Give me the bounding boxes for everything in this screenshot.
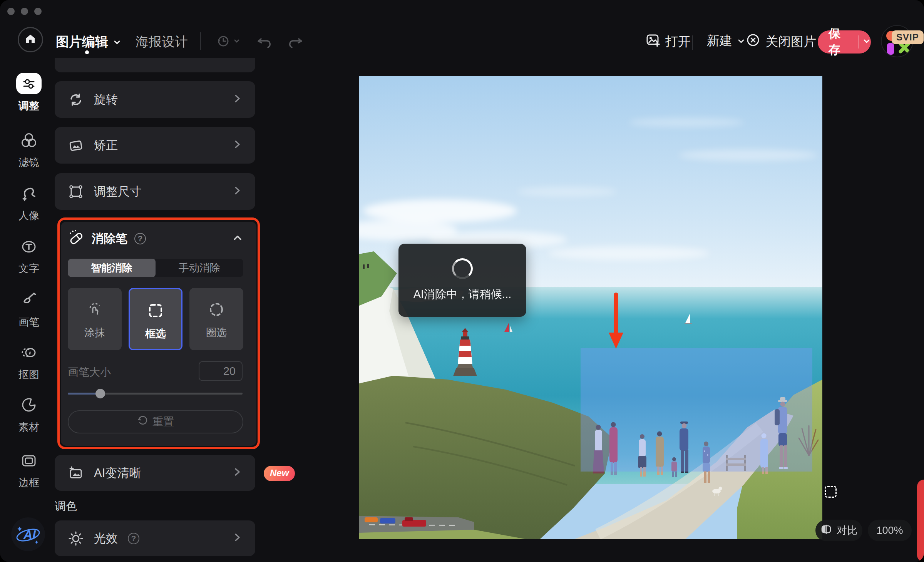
chevron-right-icon (232, 185, 242, 199)
sidebar-item-brush[interactable]: 画笔 (0, 291, 58, 329)
sidebar-item-filters[interactable]: 滤镜 (0, 132, 58, 169)
mode-lasso-select[interactable]: 圈选 (189, 288, 243, 350)
sticker-icon (20, 409, 38, 415)
open-button[interactable]: 打开 (645, 32, 691, 51)
window-zoom-button[interactable] (34, 8, 42, 15)
svip-badge-label: SVIP (896, 32, 919, 42)
portrait-icon (20, 197, 38, 204)
brush-size-number: 20 (223, 365, 236, 378)
chevron-right-icon (232, 466, 242, 480)
sidebar-item-frame[interactable]: 边框 (0, 452, 58, 490)
sidebar-item-adjust[interactable]: 调整 (0, 73, 58, 113)
chevron-down-icon[interactable] (862, 37, 871, 47)
home-button[interactable] (18, 27, 43, 52)
window-minimize-button[interactable] (21, 8, 28, 15)
panel-card-label: 光效 (94, 530, 118, 547)
sidebar-item-label: 人像 (0, 209, 58, 222)
app-window: 图片编辑 海报设计 打开 新建 关闭图片 保存 (0, 0, 924, 562)
svip-badge: SVIP (892, 30, 924, 44)
avatar-magenta-bar (887, 43, 894, 55)
smudge-icon (85, 299, 105, 321)
sidebar-item-assets[interactable]: 素材 (0, 396, 58, 434)
loading-spinner-icon (452, 258, 473, 279)
panel-card-label: 旋转 (94, 92, 118, 108)
sidebar-item-label: 抠图 (0, 368, 58, 381)
panel-card-light-effect[interactable]: 光效 ? (55, 520, 255, 556)
mode-label: 涂抹 (68, 326, 122, 340)
zoom-level-value: 100% (876, 525, 903, 537)
mode-label: 框选 (130, 327, 181, 341)
mode-label: 圈选 (189, 326, 243, 340)
sidebar-item-portrait[interactable]: 人像 (0, 185, 58, 222)
save-button-label: 保存 (818, 26, 851, 58)
tab-smart-erase[interactable]: 智能消除 (68, 259, 156, 277)
panel-card-partial[interactable] (55, 58, 255, 72)
window-close-button[interactable] (7, 8, 15, 15)
tab-photo-edit[interactable]: 图片编辑 (56, 33, 121, 51)
lasso-icon (206, 299, 226, 321)
mode-rect-select[interactable]: 框选 (129, 288, 182, 350)
reset-icon (137, 415, 148, 429)
svg-text:AI: AI (23, 528, 36, 542)
tab-label: 智能消除 (91, 261, 132, 275)
sidebar-item-label: 调整 (0, 99, 58, 113)
undo-button[interactable] (256, 32, 273, 51)
save-split-button[interactable]: 保存 (818, 30, 871, 54)
sidebar-item-label: 素材 (0, 420, 58, 434)
brush-size-value[interactable]: 20 (199, 361, 243, 381)
save-pill-divider (858, 35, 859, 49)
reset-button[interactable]: 重置 (68, 410, 243, 433)
chevron-right-icon (232, 139, 242, 152)
help-icon[interactable]: ? (134, 233, 146, 244)
canvas-viewport[interactable]: AI消除中，请稍候... (359, 76, 822, 539)
new-badge: New (264, 466, 295, 481)
annotation-arrow (608, 292, 624, 355)
compare-button[interactable]: 对比 (815, 520, 862, 541)
rotate-icon (68, 92, 84, 108)
zoom-level-button[interactable]: 100% (868, 520, 912, 541)
close-circle-icon (745, 32, 761, 51)
chevron-right-icon (232, 532, 242, 545)
chevron-down-icon (233, 38, 240, 46)
active-tab-dot (85, 50, 89, 54)
brush-size-slider-knob[interactable] (95, 389, 105, 398)
sun-icon (68, 530, 84, 547)
chevron-up-icon[interactable] (232, 232, 243, 245)
sidebar-item-label: 滤镜 (0, 156, 58, 169)
ai-erase-selection-region[interactable] (581, 348, 812, 472)
tab-poster-design[interactable]: 海报设计 (136, 33, 188, 51)
ai-assistant-button[interactable]: AI (11, 517, 45, 551)
mode-smudge[interactable]: 涂抹 (68, 288, 122, 350)
brush-size-label: 画笔大小 (68, 365, 111, 380)
frame-icon (20, 464, 38, 471)
panel-card-rotate[interactable]: 旋转 (55, 81, 255, 118)
topbar-divider (692, 35, 693, 50)
redo-button[interactable] (286, 32, 303, 51)
new-button[interactable]: 新建 (707, 32, 745, 50)
rect-select-cursor (825, 486, 837, 498)
sidebar-item-label: 画笔 (0, 315, 58, 329)
sidebar-item-cutout[interactable]: 抠图 (0, 344, 58, 381)
panel-card-straighten[interactable]: 矫正 (55, 127, 255, 164)
eraser-pen-header[interactable]: 消除笔 ? (68, 229, 243, 248)
sidebar-item-label: 文字 (0, 262, 58, 276)
panel-card-resize[interactable]: 调整尺寸 (55, 173, 255, 210)
sidebar-item-text[interactable]: 文字 (0, 238, 58, 276)
history-button[interactable] (215, 33, 240, 51)
panel-card-ai-enhance[interactable]: AI变清晰 New (55, 455, 255, 491)
brush-size-slider[interactable] (68, 393, 243, 395)
tab-photo-edit-label: 图片编辑 (56, 33, 108, 51)
compare-button-label: 对比 (837, 524, 857, 537)
eraser-pen-icon (68, 229, 85, 248)
close-image-button[interactable]: 关闭图片 (745, 32, 816, 51)
open-button-label: 打开 (665, 33, 691, 50)
help-icon[interactable]: ? (128, 533, 139, 544)
topbar-divider (200, 32, 201, 50)
tab-label: 手动消除 (179, 261, 220, 275)
tab-manual-erase[interactable]: 手动消除 (156, 259, 243, 277)
panel-card-label: 调整尺寸 (94, 184, 142, 200)
new-button-label: 新建 (707, 32, 732, 50)
feedback-edge-tab[interactable] (917, 480, 924, 562)
open-image-icon (645, 32, 661, 51)
sliders-icon (16, 73, 42, 94)
